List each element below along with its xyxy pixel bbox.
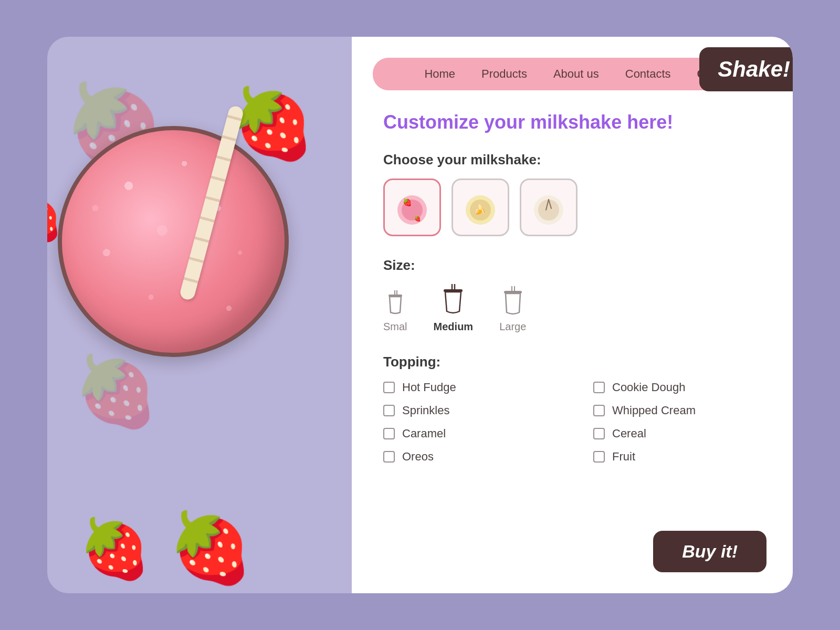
flavor-strawberry[interactable]: 🍓 🍓 — [383, 178, 441, 236]
strawberry-left: 🍓 — [47, 194, 63, 244]
flavor-banana-icon: 🍌 — [459, 186, 501, 228]
checkbox-fruit[interactable] — [593, 451, 605, 463]
size-label: Size: — [383, 257, 761, 274]
topping-label: Topping: — [383, 354, 761, 370]
customizer-panel: Customize your milkshake here! Choose yo… — [352, 90, 793, 593]
topping-hot-fudge[interactable]: Hot Fudge — [383, 381, 551, 394]
svg-text:🍓: 🍓 — [403, 198, 412, 207]
size-large-label: Large — [499, 321, 526, 333]
topping-grid: Hot Fudge Cookie Dough Sprinkles Whipped… — [383, 381, 761, 464]
flavor-strawberry-icon: 🍓 🍓 — [391, 186, 433, 228]
checkbox-whipped-cream[interactable] — [593, 405, 605, 416]
checkbox-cereal[interactable] — [593, 428, 605, 439]
milkshake-options: 🍓 🍓 🍌 — [383, 178, 761, 236]
topping-caramel[interactable]: Caramel — [383, 427, 551, 440]
strawberry-top: 🍓 — [230, 84, 315, 164]
buy-button[interactable]: Buy it! — [653, 531, 766, 572]
nav-home[interactable]: Home — [424, 67, 455, 81]
size-large[interactable]: Large — [499, 286, 526, 333]
customizer-title: Customize your milkshake here! — [383, 111, 761, 133]
choose-label: Choose your milkshake: — [383, 152, 761, 168]
label-whipped-cream: Whipped Cream — [612, 404, 696, 417]
size-options: Smal Medium — [383, 284, 761, 333]
flavor-vanilla-icon — [528, 186, 570, 228]
svg-text:🍌: 🍌 — [474, 204, 486, 215]
label-fruit: Fruit — [612, 450, 635, 464]
checkbox-sprinkles[interactable] — [383, 405, 395, 416]
strawberry-bottom-right: 🍓 — [168, 508, 253, 588]
cup-large-icon — [501, 286, 524, 317]
label-hot-fudge: Hot Fudge — [402, 381, 456, 394]
flavor-banana[interactable]: 🍌 — [452, 178, 509, 236]
flavor-vanilla[interactable] — [520, 178, 578, 236]
topping-cookie-dough[interactable]: Cookie Dough — [593, 381, 761, 394]
label-sprinkles: Sprinkles — [402, 404, 449, 417]
label-caramel: Caramel — [402, 427, 446, 440]
checkbox-oreos[interactable] — [383, 451, 395, 463]
cup-medium-icon — [440, 284, 466, 317]
checkbox-hot-fudge[interactable] — [383, 382, 395, 393]
checkbox-caramel[interactable] — [383, 428, 395, 439]
main-content: Shake! Home Products About us Contacts C… — [352, 37, 793, 593]
size-medium[interactable]: Medium — [434, 284, 474, 333]
topping-whipped-cream[interactable]: Whipped Cream — [593, 404, 761, 417]
topping-cereal[interactable]: Cereal — [593, 427, 761, 440]
label-cereal: Cereal — [612, 427, 646, 440]
size-small[interactable]: Smal — [383, 290, 407, 333]
topping-fruit[interactable]: Fruit — [593, 450, 761, 464]
topping-oreos[interactable]: Oreos — [383, 450, 551, 464]
nav-contacts[interactable]: Contacts — [625, 67, 671, 81]
checkbox-cookie-dough[interactable] — [593, 382, 605, 393]
nav-products[interactable]: Products — [481, 67, 527, 81]
size-medium-label: Medium — [434, 321, 474, 333]
svg-point-8 — [538, 200, 559, 220]
topping-sprinkles[interactable]: Sprinkles — [383, 404, 551, 417]
label-cookie-dough: Cookie Dough — [612, 381, 685, 394]
left-section: 🍓 🍓 🍓 🍓 🍓 🍓 — [47, 37, 352, 593]
milkshake-image: 🍓 🍓 — [47, 100, 331, 467]
shake-logo: Shake! — [699, 47, 793, 91]
size-small-label: Smal — [383, 321, 407, 333]
nav-about[interactable]: About us — [553, 67, 599, 81]
cup-small-icon — [385, 290, 405, 317]
label-oreos: Oreos — [402, 450, 434, 464]
svg-text:🍓: 🍓 — [414, 215, 421, 222]
main-card: 🍓 🍓 🍓 🍓 🍓 🍓 Shake! Home Products — [47, 37, 793, 593]
strawberry-bottom-left: 🍓 — [79, 515, 151, 583]
